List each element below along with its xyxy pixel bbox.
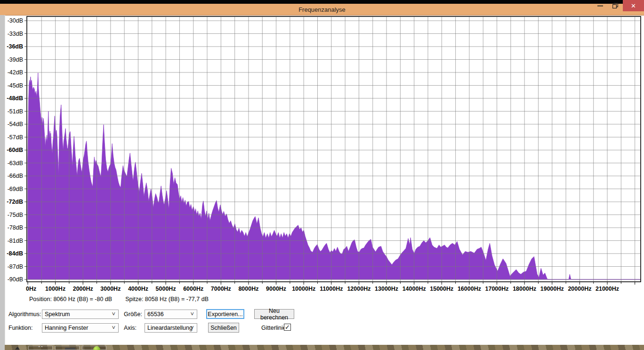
x-axis-tick-label: 2000Hz — [73, 286, 93, 292]
function-value: Hanning Fenster — [45, 325, 88, 331]
close-dialog-button[interactable]: Schließen — [208, 323, 239, 333]
x-axis-tick-label: 18000Hz — [513, 286, 536, 292]
taskbar-app-icon — [65, 348, 75, 350]
x-axis-tick-label: 11000Hz — [320, 286, 343, 292]
y-axis-tick-label: -66dB — [8, 173, 23, 179]
chevron-down-icon: ˅ — [112, 324, 115, 331]
y-axis-tick-label: -90dB — [8, 276, 23, 283]
x-axis-tick-label: 5000Hz — [156, 286, 176, 292]
size-value: 65536 — [147, 311, 164, 318]
y-axis-tick-label: -51dB — [8, 108, 23, 115]
x-axis-tick-label: 1000Hz — [45, 286, 65, 292]
x-axis-tick-label: 7000Hz — [211, 286, 231, 292]
y-axis-tick-label: -78dB — [8, 224, 23, 231]
x-axis-tick-label: 17000Hz — [485, 286, 509, 292]
x-axis-tick-label: 3000Hz — [100, 286, 121, 292]
cursor-position-readout: Position: 8060 Hz (B8) = -80 dB — [29, 296, 112, 302]
x-axis-tick-label: 10000Hz — [292, 286, 315, 292]
size-label: Größe: — [124, 311, 142, 318]
y-axis-tick-label: -69dB — [8, 186, 23, 192]
y-axis-tick-label: -63dB — [8, 160, 23, 167]
check-icon: ✓ — [285, 324, 290, 330]
y-axis-tick-label: -36dB — [7, 43, 23, 50]
y-axis-tick-label: -42dB — [8, 69, 23, 76]
x-axis-tick-label: 14000Hz — [402, 286, 426, 292]
x-axis-tick-label: 15000Hz — [430, 286, 453, 292]
x-axis-tick-label: 12000Hz — [347, 286, 370, 292]
gridlines-checkbox[interactable]: ✓ — [284, 324, 291, 331]
x-axis-tick-label: 6000Hz — [183, 286, 203, 292]
chevron-down-icon: ˅ — [190, 324, 194, 331]
y-axis-tick-label: -45dB — [8, 82, 23, 89]
peak-readout: Spitze: 8058 Hz (B8) = -77,7 dB — [125, 296, 209, 302]
algorithm-value: Spektrum — [45, 311, 70, 318]
chevron-down-icon: ˅ — [190, 310, 194, 318]
y-axis-tick-label: -30dB — [8, 17, 23, 24]
x-axis-tick-label: 13000Hz — [375, 286, 398, 292]
y-axis-tick-label: -72dB — [7, 199, 23, 205]
x-axis-tick-label: 8000Hz — [238, 286, 258, 292]
spectrum-plot[interactable]: -30dB-33dB-36dB-39dB-42dB-45dB-48dB-51dB… — [0, 0, 644, 294]
taskbar-arrow-icon[interactable] — [15, 347, 20, 350]
x-axis-tick-label: 19000Hz — [540, 286, 564, 292]
y-axis-tick-label: -48dB — [7, 95, 23, 102]
y-axis-tick-label: -33dB — [8, 31, 23, 37]
axis-value: Lineardarstellung — [147, 325, 193, 331]
taskbar-button[interactable]: ⌃⌃ — [28, 346, 53, 350]
chevron-down-icon: ˅ — [112, 310, 115, 318]
y-axis-tick-label: -87dB — [8, 263, 23, 270]
function-select[interactable]: Hanning Fenster ˅ — [42, 323, 119, 333]
x-axis-tick-label: 20000Hz — [568, 286, 591, 292]
y-axis-tick-label: -75dB — [8, 212, 23, 218]
axis-label: Axis: — [124, 325, 137, 331]
status-bar: Position: 8060 Hz (B8) = -80 dBSpitze: 8… — [29, 296, 222, 302]
y-axis-tick-label: -60dB — [7, 147, 23, 153]
x-axis-tick-label: 16000Hz — [458, 286, 481, 292]
taskbar-green-icon[interactable] — [93, 346, 100, 350]
y-axis-tick-label: -54dB — [8, 121, 23, 127]
x-axis-tick-label: 0Hz — [26, 286, 36, 292]
export-button[interactable]: Exportieren... — [206, 309, 244, 319]
taskbar-button[interactable] — [55, 346, 80, 350]
y-axis-tick-label: -81dB — [8, 238, 23, 244]
axis-select[interactable]: Lineardarstellung ˅ — [145, 323, 197, 333]
taskbar-strip: ⌃⌃ — [5, 345, 644, 350]
x-axis-tick-label: 21000Hz — [596, 286, 619, 292]
x-axis-tick-label: 4000Hz — [128, 286, 148, 292]
x-axis-tick-label: 9000Hz — [266, 286, 286, 292]
function-label: Funktion: — [8, 325, 32, 331]
y-axis-tick-label: -57dB — [8, 134, 23, 141]
algorithm-select[interactable]: Spektrum ˅ — [42, 310, 119, 319]
y-axis-tick-label: -39dB — [8, 56, 23, 63]
size-select[interactable]: 65536 ˅ — [145, 310, 197, 319]
y-axis-tick-label: -84dB — [7, 250, 23, 257]
recalculate-button[interactable]: Neu berechnen — [254, 309, 294, 319]
algorithm-label: Algorithmus: — [8, 311, 41, 318]
